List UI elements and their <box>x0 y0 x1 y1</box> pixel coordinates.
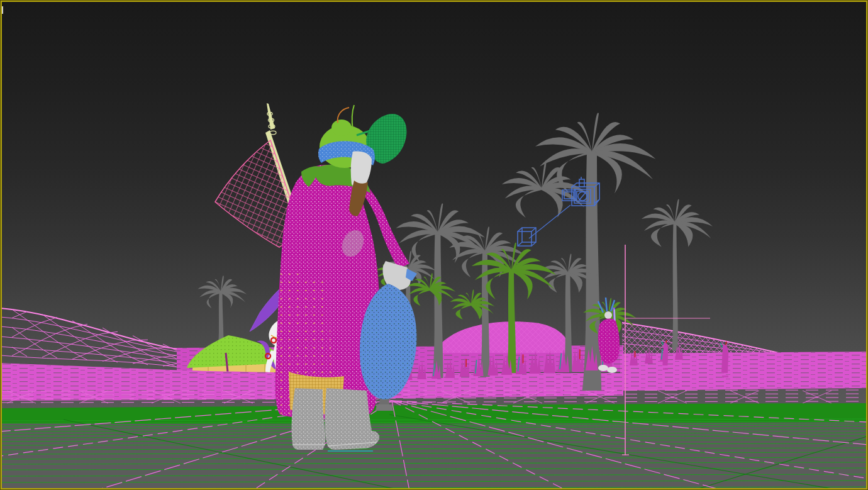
camera-target[interactable] <box>518 228 536 246</box>
attendant-foot <box>598 365 608 371</box>
attendant-head <box>604 311 612 319</box>
viewport-canvas[interactable] <box>1 1 868 490</box>
viewport-3d[interactable] <box>0 0 868 490</box>
palm-tree <box>502 161 587 218</box>
ground-grid <box>1 401 868 490</box>
attendant-foot <box>607 367 617 373</box>
camera-target-line <box>529 205 570 238</box>
viewport-edge-tick <box>1 6 3 14</box>
terrain-mesh-left <box>1 308 184 368</box>
palm-tree <box>198 276 247 348</box>
palm-tree-left <box>198 276 247 348</box>
